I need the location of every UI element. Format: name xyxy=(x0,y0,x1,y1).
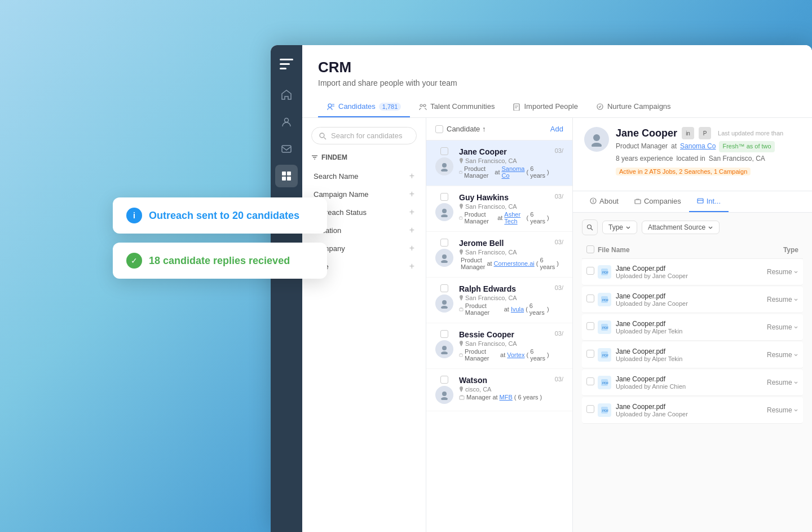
detail-tab-about[interactable]: About xyxy=(582,191,626,212)
att-checkbox-1[interactable] xyxy=(586,267,594,275)
att-checkbox-2[interactable] xyxy=(586,294,594,302)
svg-rect-44 xyxy=(593,201,593,203)
candidate-item-bessie-cooper[interactable]: Bessie Cooper San Francisco, CA Product … xyxy=(426,323,572,369)
select-all-attachments[interactable] xyxy=(586,245,594,253)
candidate-avatar-guy xyxy=(435,203,453,221)
candidate-checkbox-jerome[interactable] xyxy=(440,239,448,247)
chevron-down-icon-8[interactable] xyxy=(794,408,798,412)
tab-talent-communities[interactable]: Talent Communities xyxy=(410,96,504,117)
candidate-checkbox-bessie[interactable] xyxy=(440,330,448,338)
search-box[interactable]: Search for candidates xyxy=(311,127,417,144)
candidates-sort-label[interactable]: Candidate ↑ xyxy=(447,125,486,133)
table-header-checkbox xyxy=(586,245,598,255)
fresh-badge: Fresh™ as of two xyxy=(719,141,774,152)
filter-search-name-add[interactable]: + xyxy=(409,171,414,181)
svg-point-23 xyxy=(441,169,448,172)
tab-candidates[interactable]: Candidates 1,781 xyxy=(318,96,410,117)
page-title: CRM xyxy=(318,59,796,76)
location-icon-watson xyxy=(459,386,464,392)
att-checkbox-5[interactable] xyxy=(586,377,594,385)
filter-location-add[interactable]: + xyxy=(409,225,414,235)
candidate-item-jerome-bell[interactable]: Jerome Bell San Francisco, CA Product Ma… xyxy=(426,232,572,278)
filter-role-add[interactable]: + xyxy=(409,261,414,271)
location-icon-ralph xyxy=(459,295,464,301)
chevron-down-icon-6[interactable] xyxy=(794,353,798,357)
sidebar-item-crm[interactable] xyxy=(275,165,298,187)
chevron-down-icon-3[interactable] xyxy=(794,270,798,274)
tab-nurture-campaigns[interactable]: Nurture Campaigns xyxy=(587,96,680,117)
attachment-row-5[interactable]: PDF Jane Cooper.pdf Uploaded by Annie Ch… xyxy=(582,370,803,396)
svg-point-41 xyxy=(592,143,602,147)
svg-point-31 xyxy=(442,300,447,305)
candidates-select-all[interactable] xyxy=(435,125,443,133)
candidate-checkbox-jane[interactable] xyxy=(440,147,448,155)
chevron-down-icon-5[interactable] xyxy=(794,325,798,329)
attachment-row-4[interactable]: PDF Jane Cooper.pdf Uploaded by Alper Te… xyxy=(582,342,803,368)
svg-point-34 xyxy=(442,346,447,350)
linkedin-icon[interactable]: in xyxy=(682,127,694,139)
tab-candidates-count: 1,781 xyxy=(379,103,401,111)
chevron-down-icon-2 xyxy=(708,225,713,230)
att-file-info-6: Jane Cooper.pdf Uploaded by Jane Cooper xyxy=(616,403,753,417)
candidates-list: Candidate ↑ Add Jane Cooper xyxy=(426,118,573,532)
filter-location[interactable]: Location + xyxy=(311,221,417,239)
candidate-item-ralph-edwards[interactable]: Ralph Edwards San Francisco, CA Product … xyxy=(426,278,572,323)
detail-tabs: About Companies Int... xyxy=(573,191,812,213)
candidate-date-bessie: 03/ xyxy=(555,330,563,337)
type-filter-label: Type xyxy=(608,223,623,231)
candidate-name-jerome: Jerome Bell xyxy=(459,239,549,248)
filter-role[interactable]: Role + xyxy=(311,257,417,275)
attachment-row-2[interactable]: PDF Jane Cooper.pdf Uploaded by Jane Coo… xyxy=(582,287,803,313)
candidates-add-button[interactable]: Add xyxy=(550,125,563,133)
about-icon xyxy=(590,197,597,204)
att-file-name-2: Jane Cooper.pdf xyxy=(616,292,753,300)
candidate-item-jane-cooper[interactable]: Jane Cooper San Francisco, CA Product Ma… xyxy=(426,140,572,186)
github-icon[interactable]: P xyxy=(699,127,711,139)
chevron-down-icon xyxy=(625,225,631,230)
svg-rect-33 xyxy=(460,308,463,311)
candidate-checkbox-ralph[interactable] xyxy=(440,284,448,292)
att-checkbox-3[interactable] xyxy=(586,322,594,330)
candidate-location-jane: San Francisco, CA xyxy=(459,157,549,164)
chevron-down-icon-7[interactable] xyxy=(794,380,798,385)
attachment-row-3[interactable]: PDF Jane Cooper.pdf Uploaded by Alper Te… xyxy=(582,314,803,341)
att-file-uploader-2: Uploaded by Jane Cooper xyxy=(616,300,753,307)
attachment-row-6[interactable]: PDF Jane Cooper.pdf Uploaded by Jane Coo… xyxy=(582,397,803,424)
pdf-icon-5: PDF xyxy=(598,376,611,389)
company-icon-ralph xyxy=(459,306,464,312)
filter-outreach-status-add[interactable]: + xyxy=(409,207,414,217)
filter-campaign-name[interactable]: Campaign Name + xyxy=(311,185,417,203)
att-checkbox-6[interactable] xyxy=(586,405,594,413)
att-file-info-1: Jane Cooper.pdf Uploaded by Jane Cooper xyxy=(616,265,753,279)
sidebar-item-home[interactable] xyxy=(275,83,298,106)
int-icon xyxy=(697,197,704,204)
sidebar-item-mail[interactable] xyxy=(275,138,298,160)
att-checkbox-4[interactable] xyxy=(586,350,594,358)
filter-company[interactable]: Company + xyxy=(311,239,417,257)
type-filter-dropdown[interactable]: Type xyxy=(602,221,637,234)
source-filter-dropdown[interactable]: Attachment Source xyxy=(642,221,720,234)
svg-line-49 xyxy=(591,228,593,230)
attachment-row-1[interactable]: PDF Jane Cooper.pdf Uploaded by Jane Coo… xyxy=(582,259,803,285)
filter-campaign-name-add[interactable]: + xyxy=(409,189,414,199)
sidebar-item-people[interactable] xyxy=(275,111,298,133)
detail-tab-int[interactable]: Int... xyxy=(689,191,729,212)
candidate-checkbox-watson[interactable] xyxy=(440,376,448,384)
candidate-info-jerome: Jerome Bell San Francisco, CA Product Ma… xyxy=(459,239,549,270)
filter-company-add[interactable]: + xyxy=(409,243,414,253)
svg-rect-8 xyxy=(287,177,291,181)
svg-rect-4 xyxy=(282,146,291,152)
candidate-item-watson[interactable]: Watson cisco, CA Manager at MFB (6 years… xyxy=(426,369,572,411)
detail-avatar xyxy=(584,127,609,152)
chevron-down-icon-4[interactable] xyxy=(794,297,798,302)
attachment-search-button[interactable] xyxy=(582,219,598,235)
candidate-checkbox-guy[interactable] xyxy=(440,193,448,201)
filter-search-name[interactable]: Search Name + xyxy=(311,167,417,185)
detail-tab-companies[interactable]: Companies xyxy=(626,191,689,212)
att-file-info-3: Jane Cooper.pdf Uploaded by Alper Tekin xyxy=(616,320,753,335)
search-icon xyxy=(319,132,326,140)
tab-imported-people[interactable]: Imported People xyxy=(504,96,586,117)
filter-outreach-status[interactable]: Outreach Status + xyxy=(311,203,417,221)
att-file-name-3: Jane Cooper.pdf xyxy=(616,320,753,328)
candidate-item-guy-hawkins[interactable]: Guy Hawkins San Francisco, CA Product Ma… xyxy=(426,186,572,232)
